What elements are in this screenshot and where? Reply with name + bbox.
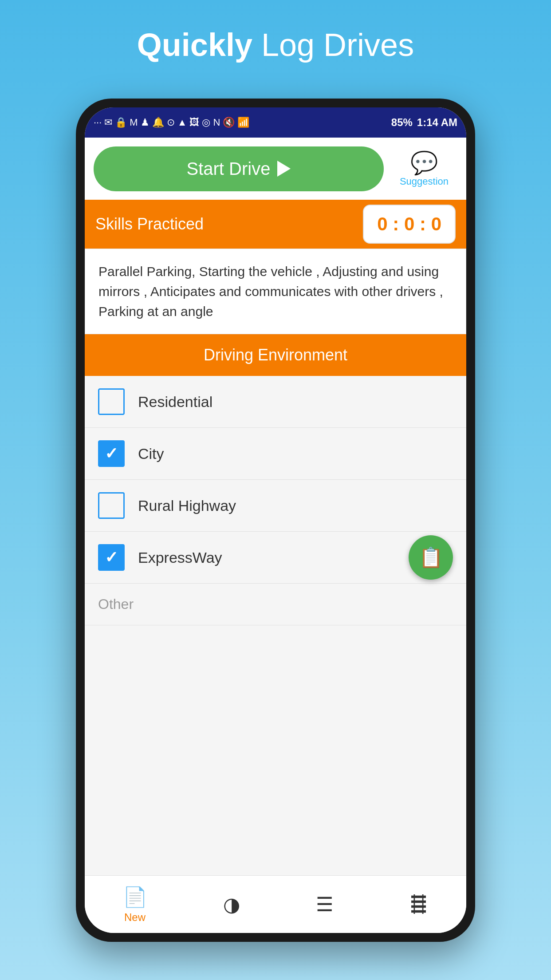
driving-environment-header: Driving Environment <box>85 334 466 376</box>
phone-frame: ··· ✉ 🔒 M ♟ 🔔 ⊙ ▲ 🖼 ◎ N 🔇 📶 85% 1:14 AM <box>76 99 475 942</box>
route-icon: 🛤 <box>409 893 429 916</box>
skills-text-area[interactable]: Parallel Parking, Starting the vehicle ,… <box>85 249 466 334</box>
nav-new-label: New <box>124 911 146 924</box>
fab-icon: 📋 <box>419 546 443 569</box>
title-bold: Quickly <box>137 27 252 63</box>
new-drive-icon: 📄 <box>123 885 147 909</box>
city-checkbox[interactable]: ✓ <box>98 440 125 467</box>
start-drive-button[interactable]: Start Drive <box>94 146 384 191</box>
title-light: Log Drives <box>252 27 414 63</box>
play-icon <box>277 161 291 177</box>
expressway-checkbox[interactable]: ✓ <box>98 544 125 571</box>
skills-label: Skills Practiced <box>95 215 363 233</box>
nav-item-new[interactable]: 📄 New <box>114 881 156 928</box>
nav-item-route[interactable]: 🛤 <box>400 889 437 920</box>
status-icons: ··· ✉ 🔒 M ♟ 🔔 ⊙ ▲ 🖼 ◎ N 🔇 📶 <box>94 117 249 128</box>
other-section: Other <box>85 584 466 625</box>
stats-icon: ◑ <box>223 893 240 916</box>
fab-button[interactable]: 📋 <box>409 535 453 580</box>
list-item: ✓ City <box>85 428 466 480</box>
battery-level: 85% <box>391 116 413 129</box>
status-bar: ··· ✉ 🔒 M ♟ 🔔 ⊙ ▲ 🖼 ◎ N 🔇 📶 85% 1:14 AM <box>85 107 466 138</box>
city-label: City <box>138 445 164 462</box>
app-header: Start Drive 💬 Suggestion <box>85 138 466 200</box>
phone-screen: ··· ✉ 🔒 M ♟ 🔔 ⊙ ▲ 🖼 ◎ N 🔇 📶 85% 1:14 AM <box>85 107 466 933</box>
rural-highway-label: Rural Highway <box>138 497 236 514</box>
list-item: Residential <box>85 376 466 428</box>
expressway-label: ExpressWay <box>138 549 222 566</box>
residential-label: Residential <box>138 393 213 411</box>
checkbox-list: Residential ✓ City Rural Highway ✓ Expre… <box>85 376 466 875</box>
time-display: 1:14 AM <box>417 116 457 129</box>
bottom-nav: 📄 New ◑ ☰ 🛤 <box>85 875 466 933</box>
checkmark-icon: ✓ <box>105 548 118 567</box>
checkmark-icon: ✓ <box>105 444 118 463</box>
nav-item-list[interactable]: ☰ <box>307 889 342 920</box>
other-label: Other <box>98 596 134 612</box>
skills-header: Skills Practiced 0 : 0 : 0 <box>85 200 466 249</box>
start-drive-label: Start Drive <box>186 159 270 179</box>
timer-display: 0 : 0 : 0 <box>363 205 456 244</box>
residential-checkbox[interactable] <box>98 388 125 415</box>
list-icon: ☰ <box>316 893 333 916</box>
suggestion-label: Suggestion <box>400 176 449 187</box>
status-right: 85% 1:14 AM <box>391 116 457 129</box>
rural-highway-checkbox[interactable] <box>98 492 125 519</box>
list-item: ✓ ExpressWay 📋 <box>85 532 466 584</box>
nav-item-stats[interactable]: ◑ <box>214 889 249 920</box>
suggestion-button[interactable]: 💬 Suggestion <box>391 146 457 192</box>
page-title: Quickly Log Drives <box>0 27 551 63</box>
suggestion-bubble-icon: 💬 <box>410 150 438 176</box>
list-item: Rural Highway <box>85 480 466 532</box>
